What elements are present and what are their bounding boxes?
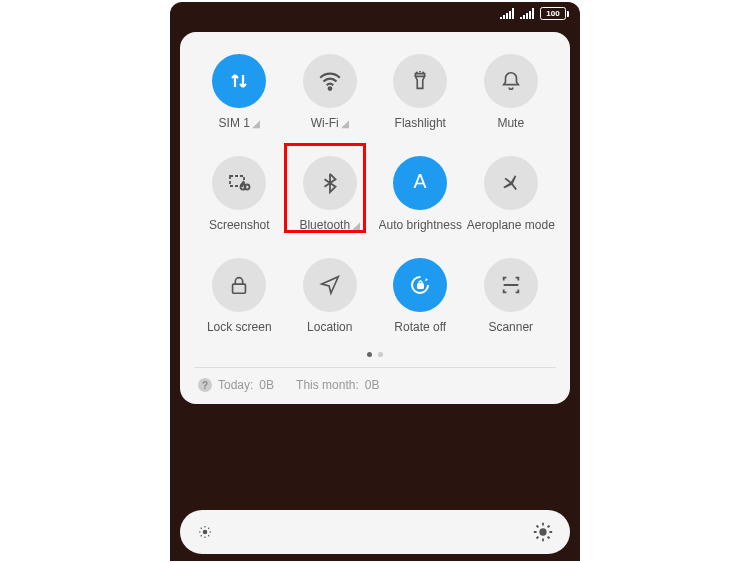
status-bar: 100 [170,2,580,24]
tile-label: Location [307,320,352,334]
tile-lock-screen[interactable]: Lock screen [194,258,285,334]
tile-mute[interactable]: Mute [466,54,557,130]
tile-location[interactable]: Location [285,258,376,334]
tile-sim1[interactable]: SIM 1◢ [194,54,285,130]
airplane-icon [484,156,538,210]
svg-point-8 [203,530,208,535]
pager-dot-2[interactable] [378,352,383,357]
brightness-low-icon [196,523,214,541]
tiles-grid: SIM 1◢ Wi-Fi◢ Flashlight Mute [194,54,556,334]
svg-text:A: A [414,170,427,192]
brightness-slider[interactable] [180,510,570,554]
divider [194,367,556,368]
svg-point-9 [539,528,546,535]
wifi-icon [303,54,357,108]
svg-rect-7 [418,284,423,288]
tile-label: Screenshot [209,218,270,232]
screenshot-icon [212,156,266,210]
usage-month-value: 0B [365,378,380,392]
battery-level: 100 [546,9,559,18]
tile-bluetooth[interactable]: Bluetooth◢ [285,156,376,232]
svg-point-0 [328,87,331,90]
tile-label: Mute [497,116,524,130]
tile-rotate-off[interactable]: Rotate off [375,258,466,334]
signal-icon-2 [520,8,534,19]
bell-icon [484,54,538,108]
scanner-icon [484,258,538,312]
tile-label: Scanner [488,320,533,334]
usage-today-value: 0B [259,378,274,392]
quick-settings-panel: SIM 1◢ Wi-Fi◢ Flashlight Mute [180,32,570,404]
battery-icon: 100 [540,7,566,20]
tile-label: Rotate off [394,320,446,334]
bluetooth-icon [303,156,357,210]
tile-label: Auto brightness [379,218,462,232]
tile-label: Wi-Fi◢ [311,116,349,130]
tile-label: Flashlight [395,116,446,130]
location-icon [303,258,357,312]
flashlight-icon [393,54,447,108]
auto-brightness-icon: A [393,156,447,210]
data-usage-row[interactable]: ? Today: 0B This month: 0B [194,374,556,394]
tile-wifi[interactable]: Wi-Fi◢ [285,54,376,130]
brightness-high-icon [532,521,554,543]
pager-dot-1[interactable] [367,352,372,357]
tile-label: Lock screen [207,320,272,334]
svg-point-3 [245,185,250,190]
tile-scanner[interactable]: Scanner [466,258,557,334]
tile-screenshot[interactable]: Screenshot [194,156,285,232]
usage-today-label: Today: [218,378,253,392]
svg-rect-5 [233,284,246,293]
info-icon: ? [198,378,212,392]
usage-month-label: This month: [296,378,359,392]
page-indicator [194,352,556,357]
mobile-data-icon [212,54,266,108]
tile-label: Aeroplane mode [467,218,555,232]
tile-auto-brightness[interactable]: A Auto brightness [375,156,466,232]
tile-label: SIM 1◢ [219,116,260,130]
tile-label: Bluetooth◢ [299,218,360,232]
lock-icon [212,258,266,312]
rotate-lock-icon [393,258,447,312]
signal-icon [500,8,514,19]
phone-frame: 100 SIM 1◢ Wi-Fi◢ Flashlight [170,2,580,561]
tile-airplane[interactable]: Aeroplane mode [466,156,557,232]
tile-flashlight[interactable]: Flashlight [375,54,466,130]
